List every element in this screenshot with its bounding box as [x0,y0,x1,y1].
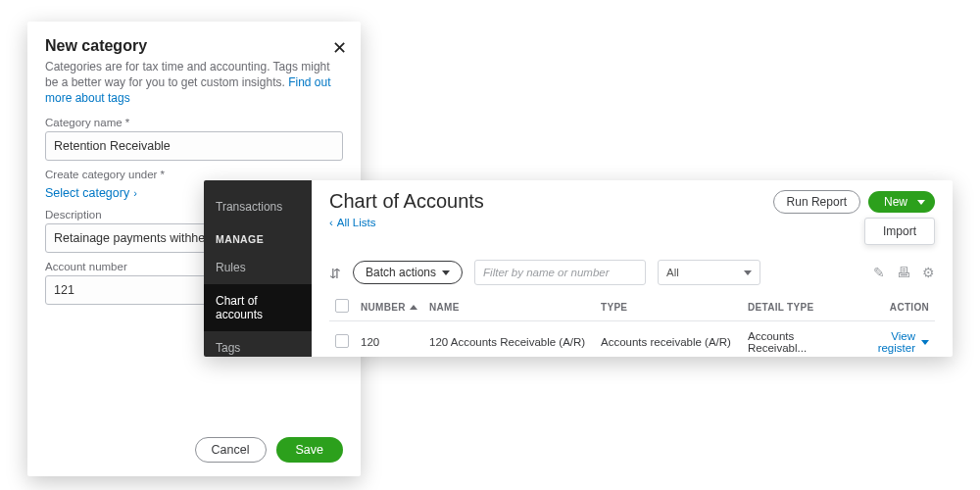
close-icon[interactable]: ✕ [332,37,347,59]
back-link-text: All Lists [337,217,376,228]
import-menu-item[interactable]: Import [864,218,935,245]
app-window: Transactions MANAGE Rules Chart of accou… [204,180,953,357]
chevron-right-icon: › [133,187,137,199]
run-report-button[interactable]: Run Report [773,190,860,214]
caret-down-icon [442,270,450,275]
cell-type: Accounts receivable (A/R) [595,321,742,358]
table-controls: ⇵ Batch actions All ✎ 🖶 ⚙ [329,260,935,285]
main-panel: Chart of Accounts ‹ All Lists Run Report… [312,180,953,357]
filter-input[interactable] [474,260,646,285]
new-button-label: New [884,195,907,209]
dialog-subtext: Categories are for tax time and accounti… [45,59,343,107]
dialog-title: New category [45,37,343,55]
sidebar-item-tags[interactable]: Tags [204,331,312,357]
table-row: 120 120 Accounts Receivable (A/R) Accoun… [329,321,935,358]
select-category-link[interactable]: Select category › [45,186,137,200]
col-detail[interactable]: DETAIL TYPE [742,293,851,321]
gear-icon[interactable]: ⚙ [922,265,935,280]
caret-down-icon [921,340,929,345]
sidebar-item-rules[interactable]: Rules [204,251,312,284]
create-under-label: Create category under * [45,169,343,180]
new-button[interactable]: New [868,191,935,213]
pencil-icon[interactable]: ✎ [873,265,885,280]
col-type[interactable]: TYPE [595,293,742,321]
caret-down-icon [744,270,752,275]
row-checkbox[interactable] [335,334,349,348]
filter-all-label: All [666,267,679,278]
select-all-checkbox[interactable] [335,299,349,313]
sidebar-item-transactions[interactable]: Transactions [204,190,312,223]
accounts-table: NUMBER NAME TYPE DETAIL TYPE ACTION 120 … [329,293,935,357]
cell-number: 120 [355,321,423,358]
col-action: ACTION [851,293,935,321]
col-name[interactable]: NAME [423,293,595,321]
sort-icon[interactable]: ⇵ [329,266,341,281]
caret-down-icon [917,200,925,205]
chevron-left-icon: ‹ [329,217,333,228]
save-button[interactable]: Save [276,437,344,463]
print-icon[interactable]: 🖶 [897,265,910,280]
batch-actions-button[interactable]: Batch actions [353,261,463,284]
cancel-button[interactable]: Cancel [195,437,267,463]
sort-asc-icon [410,305,417,310]
sidebar-heading-manage: MANAGE [204,223,312,251]
select-category-text: Select category [45,186,129,200]
cell-name: 120 Accounts Receivable (A/R) [423,321,595,358]
col-number[interactable]: NUMBER [361,302,406,313]
cell-detail: Accounts Receivabl... [742,321,851,358]
category-name-input[interactable] [45,131,343,161]
sidebar-item-chart-of-accounts[interactable]: Chart of accounts [204,284,312,331]
batch-actions-label: Batch actions [366,266,436,279]
view-register-text: View register [857,330,915,354]
back-all-lists-link[interactable]: ‹ All Lists [329,217,375,228]
category-name-label: Category name * [45,117,343,128]
sidebar: Transactions MANAGE Rules Chart of accou… [204,180,312,357]
view-register-link[interactable]: View register [857,330,929,354]
filter-all-select[interactable]: All [658,260,760,285]
